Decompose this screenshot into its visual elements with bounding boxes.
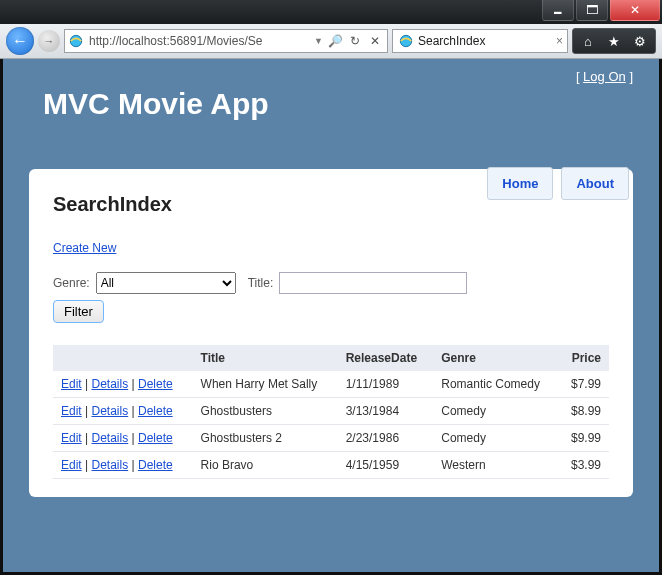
tab-close-button[interactable]: ×	[556, 34, 563, 48]
cell-title: When Harry Met Sally	[193, 371, 338, 398]
cell-date: 2/23/1986	[338, 425, 434, 452]
cell-genre: Comedy	[433, 398, 558, 425]
edit-link[interactable]: Edit	[61, 404, 82, 418]
cell-actions: Edit | Details | Delete	[53, 425, 193, 452]
nav-back-button[interactable]: ←	[6, 27, 34, 55]
cell-date: 3/13/1984	[338, 398, 434, 425]
browser-tools: ⌂ ★ ⚙	[572, 28, 656, 54]
title-input[interactable]	[279, 272, 467, 294]
page-viewport: [ Log On ] MVC Movie App Home About Sear…	[3, 59, 659, 572]
cell-price: $7.99	[559, 371, 609, 398]
ie-logo-icon	[399, 34, 413, 48]
table-row: Edit | Details | DeleteGhostbusters3/13/…	[53, 398, 609, 425]
movies-table: Title ReleaseDate Genre Price Edit | Det…	[53, 345, 609, 479]
stop-icon[interactable]: ✕	[367, 34, 383, 48]
window-maximize-button[interactable]: 🗖	[576, 0, 608, 21]
genre-label: Genre:	[53, 276, 90, 290]
table-row: Edit | Details | DeleteRio Bravo4/15/195…	[53, 452, 609, 479]
cell-date: 1/11/1989	[338, 371, 434, 398]
table-row: Edit | Details | DeleteGhostbusters 22/2…	[53, 425, 609, 452]
tab-title: SearchIndex	[418, 34, 485, 48]
create-new-link[interactable]: Create New	[53, 241, 116, 255]
cell-date: 4/15/1959	[338, 452, 434, 479]
app-title: MVC Movie App	[43, 87, 659, 121]
col-genre: Genre	[433, 345, 558, 371]
search-icon[interactable]: 🔍	[327, 34, 343, 48]
edit-link[interactable]: Edit	[61, 431, 82, 445]
nav-forward-button[interactable]: →	[38, 30, 60, 52]
cell-genre: Comedy	[433, 425, 558, 452]
window-minimize-button[interactable]: 🗕	[542, 0, 574, 21]
refresh-icon[interactable]: ↻	[347, 34, 363, 48]
genre-select[interactable]: All	[96, 272, 236, 294]
col-actions	[53, 345, 193, 371]
col-date: ReleaseDate	[338, 345, 434, 371]
bracket-right: ]	[626, 69, 633, 84]
logon-area: [ Log On ]	[576, 69, 633, 84]
address-input[interactable]	[87, 33, 310, 49]
cell-title: Rio Bravo	[193, 452, 338, 479]
home-icon[interactable]: ⌂	[579, 34, 597, 49]
logon-link[interactable]: Log On	[583, 69, 626, 84]
favorites-icon[interactable]: ★	[605, 34, 623, 49]
browser-navbar: ← → ▼ 🔍 ↻ ✕ SearchIndex × ⌂ ★ ⚙	[0, 24, 662, 59]
title-label: Title:	[248, 276, 274, 290]
col-title: Title	[193, 345, 338, 371]
col-price: Price	[559, 345, 609, 371]
cell-actions: Edit | Details | Delete	[53, 398, 193, 425]
cell-title: Ghostbusters 2	[193, 425, 338, 452]
cell-actions: Edit | Details | Delete	[53, 371, 193, 398]
nav-tabs: Home About	[487, 167, 629, 200]
cell-price: $3.99	[559, 452, 609, 479]
window-titlebar[interactable]: 🗕 🗖 ✕	[0, 0, 662, 24]
details-link[interactable]: Details	[91, 404, 128, 418]
address-bar[interactable]: ▼ 🔍 ↻ ✕	[64, 29, 388, 53]
filter-row: Genre: All Title:	[53, 272, 609, 294]
table-row: Edit | Details | DeleteWhen Harry Met Sa…	[53, 371, 609, 398]
browser-tab[interactable]: SearchIndex ×	[392, 29, 568, 53]
gear-icon[interactable]: ⚙	[631, 34, 649, 49]
delete-link[interactable]: Delete	[138, 404, 173, 418]
cell-genre: Romantic Comedy	[433, 371, 558, 398]
details-link[interactable]: Details	[91, 458, 128, 472]
window-close-button[interactable]: ✕	[610, 0, 660, 21]
delete-link[interactable]: Delete	[138, 377, 173, 391]
dropdown-icon[interactable]: ▼	[314, 36, 323, 46]
content-panel: SearchIndex Create New Genre: All Title:…	[29, 169, 633, 497]
filter-button[interactable]: Filter	[53, 300, 104, 323]
cell-price: $9.99	[559, 425, 609, 452]
details-link[interactable]: Details	[91, 377, 128, 391]
table-header-row: Title ReleaseDate Genre Price	[53, 345, 609, 371]
delete-link[interactable]: Delete	[138, 458, 173, 472]
cell-title: Ghostbusters	[193, 398, 338, 425]
details-link[interactable]: Details	[91, 431, 128, 445]
ie-logo-icon	[69, 34, 83, 48]
nav-about-link[interactable]: About	[561, 167, 629, 200]
edit-link[interactable]: Edit	[61, 377, 82, 391]
cell-genre: Western	[433, 452, 558, 479]
edit-link[interactable]: Edit	[61, 458, 82, 472]
browser-window: 🗕 🗖 ✕ ← → ▼ 🔍 ↻ ✕ SearchIndex × ⌂ ★ ⚙ [ …	[0, 0, 662, 575]
nav-home-link[interactable]: Home	[487, 167, 553, 200]
cell-actions: Edit | Details | Delete	[53, 452, 193, 479]
cell-price: $8.99	[559, 398, 609, 425]
delete-link[interactable]: Delete	[138, 431, 173, 445]
